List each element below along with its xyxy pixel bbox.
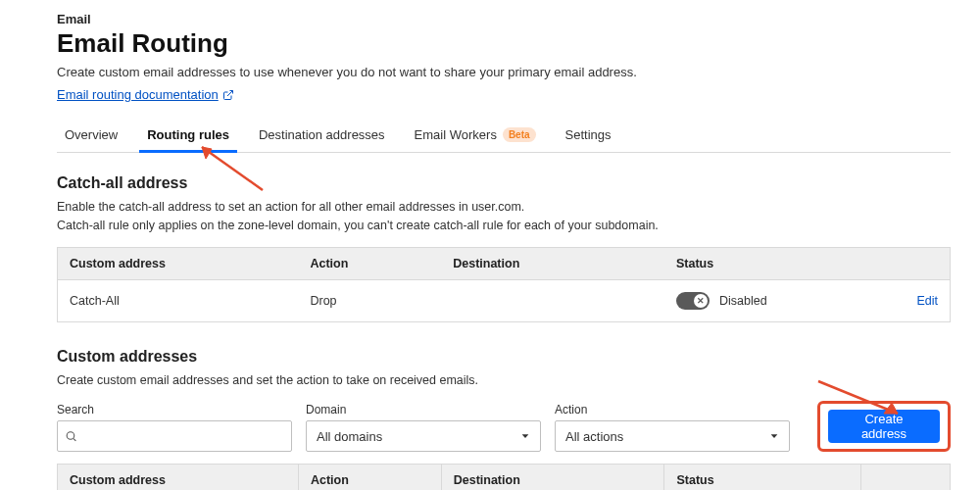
action-select[interactable]: All actions	[555, 420, 790, 452]
search-label: Search	[57, 403, 292, 416]
chevron-down-icon	[769, 431, 779, 441]
th-status: Status	[664, 465, 860, 490]
th-custom-address: Custom address	[58, 465, 299, 490]
svg-point-1	[67, 432, 74, 440]
th-status: Status	[664, 247, 860, 279]
page-description: Create custom email addresses to use whe…	[57, 65, 951, 79]
page-title: Email Routing	[57, 28, 951, 59]
tab-overview[interactable]: Overview	[63, 120, 120, 152]
svg-marker-3	[522, 435, 529, 439]
external-link-icon	[222, 89, 234, 101]
catch-all-toggle[interactable]: ✕	[676, 292, 710, 310]
catch-all-sub: Enable the catch-all address to set an a…	[57, 198, 951, 235]
svg-marker-4	[771, 435, 778, 439]
th-actions	[860, 247, 950, 279]
action-label: Action	[555, 403, 790, 416]
chevron-down-icon	[520, 431, 530, 441]
edit-link[interactable]: Edit	[916, 294, 938, 308]
beta-badge: Beta	[503, 127, 536, 142]
th-custom-address: Custom address	[58, 247, 299, 279]
tab-email-workers[interactable]: Email Workers Beta	[413, 120, 538, 152]
search-icon	[65, 430, 77, 443]
custom-sub: Create custom email addresses and set th…	[57, 371, 951, 390]
filter-bar: Search Domain All domains Action All act…	[57, 401, 951, 452]
catch-all-heading: Catch-all address	[57, 174, 951, 192]
status-label: Disabled	[719, 294, 767, 308]
th-actions	[860, 465, 950, 490]
custom-addresses-table: Custom address Action Destination Status	[57, 464, 951, 490]
domain-select[interactable]: All domains	[306, 420, 541, 452]
th-action: Action	[298, 247, 441, 279]
tab-routing-rules[interactable]: Routing rules	[145, 120, 231, 152]
th-destination: Destination	[441, 247, 664, 279]
custom-heading: Custom addresses	[57, 348, 951, 366]
domain-label: Domain	[306, 403, 541, 416]
tab-settings[interactable]: Settings	[564, 120, 613, 152]
th-destination: Destination	[441, 465, 664, 490]
table-row: Catch-All Drop ✕ Disabled Edit	[58, 279, 951, 321]
th-action: Action	[298, 465, 441, 490]
catch-all-table: Custom address Action Destination Status…	[57, 247, 951, 322]
close-icon: ✕	[694, 294, 708, 308]
svg-line-2	[74, 439, 75, 441]
cell-status: ✕ Disabled	[664, 279, 860, 321]
doc-link[interactable]: Email routing documentation	[57, 87, 234, 102]
breadcrumb: Email	[57, 12, 951, 26]
cell-destination	[441, 279, 664, 321]
search-input[interactable]	[57, 420, 292, 452]
svg-line-0	[227, 90, 233, 96]
cell-address: Catch-All	[58, 279, 299, 321]
create-highlight: Create address	[817, 401, 951, 452]
cell-action: Drop	[298, 279, 441, 321]
create-address-button[interactable]: Create address	[828, 410, 940, 443]
tab-destination-addresses[interactable]: Destination addresses	[257, 120, 387, 152]
tab-bar: Overview Routing rules Destination addre…	[57, 120, 951, 153]
doc-link-label: Email routing documentation	[57, 87, 219, 102]
